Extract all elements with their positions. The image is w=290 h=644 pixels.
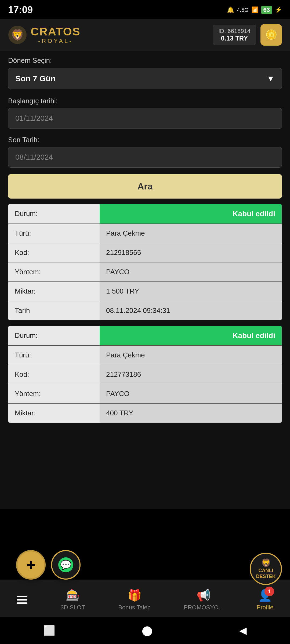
status-label-2: Durum: — [8, 326, 100, 345]
nav-profile-label: Profile — [257, 604, 273, 611]
start-date-label: Başlangıç tarihi: — [8, 92, 282, 108]
main-content: Dönem Seçin: Son 7 Gün ▼ Başlangıç tarih… — [0, 51, 290, 509]
period-dropdown[interactable]: Son 7 Gün ▼ — [8, 68, 282, 89]
signal-text: 4.5G — [237, 7, 248, 13]
table-row: Kod: 212918565 — [8, 243, 282, 262]
status-icons: 🔔 4.5G 📶 63 ⚡ — [227, 6, 282, 14]
method-label: Yöntem: — [8, 262, 100, 281]
gift-icon: 🎁 — [128, 589, 142, 602]
fab-container: + 💬 — [16, 550, 81, 580]
period-label: Dönem Seçin: — [8, 51, 282, 68]
table-row: Türü: Para Çekme — [8, 346, 282, 365]
android-back-button[interactable]: ◀ — [239, 625, 247, 636]
header-right: ID: 6618914 0.13 TRY 🪙 — [213, 24, 282, 46]
bell-icon: 🔔 — [227, 6, 234, 13]
hamburger-icon — [17, 596, 27, 604]
id-balance-box: ID: 6618914 0.13 TRY — [213, 25, 256, 45]
status-time: 17:09 — [8, 4, 33, 16]
date-value-1: 08.11.2024 09:34:31 — [100, 301, 282, 320]
status-label: Durum: — [8, 204, 100, 224]
table-row: Durum: Kabul edildi — [8, 204, 282, 224]
transaction-card-1: Durum: Kabul edildi Türü: Para Çekme Kod… — [8, 204, 282, 320]
nav-item-bonus[interactable]: 🎁 Bonus Talep — [118, 589, 151, 611]
logo-royal: -ROYAL- — [31, 38, 80, 44]
code-label-2: Kod: — [8, 365, 100, 384]
amount-value-1: 1 500 TRY — [100, 282, 282, 301]
table-row: Miktar: 400 TRY — [8, 404, 282, 423]
status-bar: 17:09 🔔 4.5G 📶 63 ⚡ — [0, 0, 290, 19]
logo-lion-icon: 🦁 — [8, 25, 27, 44]
svg-text:💬: 💬 — [60, 559, 72, 570]
status-value-1: Kabul edildi — [100, 204, 282, 224]
table-row: Yöntem: PAYCO — [8, 384, 282, 404]
profile-badge: 1 — [264, 587, 274, 596]
end-date-input[interactable]: 08/11/2024 — [8, 147, 282, 168]
type-label: Türü: — [8, 224, 100, 243]
code-value-1: 212918565 — [100, 243, 282, 262]
end-date-label: Son Tarih: — [8, 131, 282, 147]
nav-3dslot-label: 3D SLOT — [60, 604, 85, 611]
fab-whatsapp-button[interactable]: 💬 — [51, 550, 81, 580]
code-label: Kod: — [8, 243, 100, 262]
method-value-2: PAYCO — [100, 384, 282, 403]
date-label: Tarih — [8, 301, 100, 320]
user-id: ID: 6618914 — [218, 28, 251, 35]
nav-item-profile[interactable]: 👤 1 Profile — [257, 589, 273, 611]
bottom-nav: 🎰 3D SLOT 🎁 Bonus Talep 📢 PROMOSYO... 👤 … — [0, 580, 290, 617]
canli-destek-lion-icon: 🦁 — [261, 558, 271, 568]
table-row: Miktar: 1 500 TRY — [8, 282, 282, 301]
transaction-card-2: Durum: Kabul edildi Türü: Para Çekme Kod… — [8, 326, 282, 423]
nav-menu-button[interactable] — [17, 596, 27, 604]
logo-area: 🦁 CRATOS -ROYAL- — [8, 25, 80, 44]
canli-destek-button[interactable]: 🦁 CANLIDESTEK — [250, 553, 282, 585]
method-label-2: Yöntem: — [8, 384, 100, 403]
chevron-down-icon: ▼ — [267, 74, 275, 83]
table-row: Durum: Kabul edildi — [8, 326, 282, 346]
fab-add-button[interactable]: + — [16, 550, 46, 580]
battery-indicator: 63 — [261, 6, 272, 14]
android-home-button[interactable]: ⬜ — [43, 625, 55, 636]
megaphone-icon: 📢 — [197, 589, 211, 602]
svg-text:🦁: 🦁 — [11, 28, 24, 41]
nav-bonus-label: Bonus Talep — [118, 604, 151, 611]
amount-label-2: Miktar: — [8, 404, 100, 423]
app-header: 🦁 CRATOS -ROYAL- ID: 6618914 0.13 TRY 🪙 — [0, 19, 290, 51]
table-row: Tarih 08.11.2024 09:34:31 — [8, 301, 282, 320]
amount-value-2: 400 TRY — [100, 404, 282, 423]
nav-item-3dslot[interactable]: 🎰 3D SLOT — [60, 589, 85, 611]
period-value: Son 7 Gün — [15, 74, 56, 83]
start-date-input[interactable]: 01/11/2024 — [8, 108, 282, 129]
table-row: Kod: 212773186 — [8, 365, 282, 384]
nav-promosyon-label: PROMOSYO... — [184, 604, 223, 611]
search-button[interactable]: Ara — [8, 174, 282, 199]
signal-bars-icon: 📶 — [251, 6, 259, 13]
canli-destek-label: CANLIDESTEK — [256, 568, 276, 579]
nav-item-promosyon[interactable]: 📢 PROMOSYO... — [184, 589, 223, 611]
type-value-1: Para Çekme — [100, 224, 282, 243]
type-label-2: Türü: — [8, 346, 100, 365]
logo-cratos: CRATOS — [31, 25, 80, 38]
type-value-2: Para Çekme — [100, 346, 282, 365]
user-balance: 0.13 TRY — [218, 35, 251, 42]
deposit-button[interactable]: 🪙 — [260, 24, 282, 46]
code-value-2: 212773186 — [100, 365, 282, 384]
logo-text: CRATOS -ROYAL- — [31, 25, 80, 44]
profile-icon: 👤 1 — [258, 589, 272, 602]
method-value-1: PAYCO — [100, 262, 282, 281]
table-row: Yöntem: PAYCO — [8, 262, 282, 282]
android-nav: ⬜ ⬤ ◀ — [0, 617, 290, 644]
slot-icon: 🎰 — [66, 589, 80, 602]
status-value-2: Kabul edildi — [100, 326, 282, 345]
charging-icon: ⚡ — [275, 6, 282, 13]
table-row: Türü: Para Çekme — [8, 224, 282, 243]
android-circle-button[interactable]: ⬤ — [142, 625, 153, 636]
amount-label: Miktar: — [8, 282, 100, 301]
